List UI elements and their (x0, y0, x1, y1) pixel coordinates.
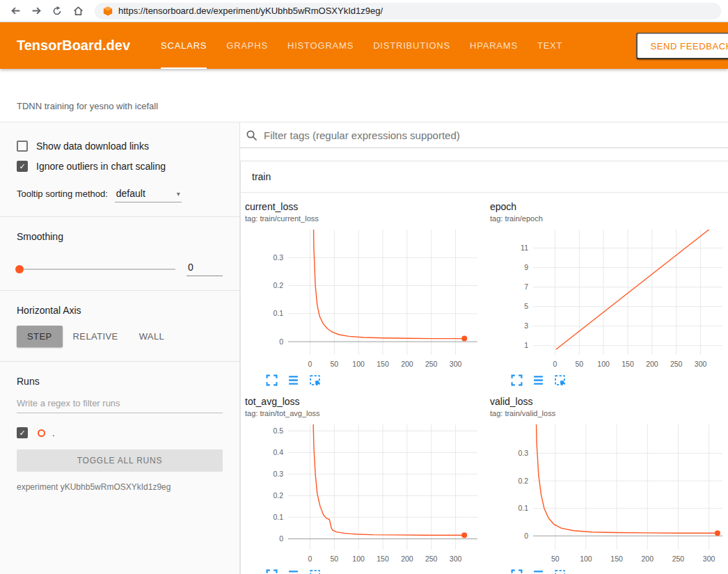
fit-domain-icon[interactable] (554, 569, 566, 574)
tab-distributions[interactable]: DISTRIBUTIONS (373, 22, 450, 69)
svg-text:0.1: 0.1 (273, 513, 283, 521)
svg-text:150: 150 (622, 360, 634, 368)
tab-graphs[interactable]: GRAPHS (226, 22, 268, 69)
chart-title: epoch (490, 201, 728, 212)
expand-icon[interactable] (266, 374, 278, 386)
line-chart[interactable]: 0501001502002503001357911 (490, 225, 728, 373)
app-header: TensorBoard.dev SCALARSGRAPHSHISTOGRAMSD… (0, 22, 728, 69)
smoothing-slider-thumb[interactable] (15, 265, 24, 273)
smoothing-value[interactable]: 0 (187, 262, 223, 276)
expand-icon[interactable] (511, 374, 523, 386)
svg-text:0.2: 0.2 (273, 281, 283, 289)
address-bar[interactable]: https://tensorboard.dev/experiment/yKUbh… (95, 3, 721, 19)
svg-text:200: 200 (646, 360, 658, 368)
url-text: https://tensorboard.dev/experiment/yKUbh… (118, 6, 383, 16)
tab-scalars[interactable]: SCALARS (161, 22, 207, 69)
line-chart[interactable]: 5010015020025030000.10.20.3 (490, 420, 728, 568)
run-name: . (52, 428, 55, 438)
ignore-outliers-label: Ignore outliers in chart scaling (36, 161, 166, 172)
browser-chrome: https://tensorboard.dev/experiment/yKUbh… (0, 0, 728, 22)
tooltip-sorting-select[interactable]: default ▾ (115, 187, 182, 202)
svg-text:0: 0 (308, 360, 312, 368)
expand-icon[interactable] (511, 569, 523, 574)
send-feedback-button[interactable]: SEND FEEDBACK (636, 32, 728, 59)
chart-toolbar (245, 374, 487, 386)
tab-hparams[interactable]: HPARAMS (470, 22, 518, 69)
search-icon (246, 129, 258, 141)
ignore-outliers-row: Ignore outliers in chart scaling (17, 161, 223, 172)
back-icon[interactable] (7, 3, 24, 19)
svg-text:11: 11 (521, 244, 528, 252)
svg-text:100: 100 (352, 360, 365, 368)
svg-text:9: 9 (524, 263, 528, 271)
svg-text:100: 100 (352, 555, 365, 563)
fit-domain-icon[interactable] (554, 374, 566, 386)
svg-text:3: 3 (524, 321, 528, 330)
svg-text:0: 0 (279, 337, 283, 346)
chart-title: current_loss (245, 201, 487, 212)
toggle-all-runs-button[interactable]: TOGGLE ALL RUNS (17, 449, 223, 472)
reload-icon[interactable] (49, 3, 65, 19)
svg-text:300: 300 (450, 360, 462, 368)
nav-tabs: SCALARSGRAPHSHISTOGRAMSDISTRIBUTIONSHPAR… (161, 22, 562, 69)
tag-filter-input[interactable] (264, 129, 728, 141)
runs-label: Runs (17, 376, 223, 387)
run-color-swatch (38, 429, 45, 437)
chart-tag: tag: train/epoch (490, 214, 728, 223)
svg-text:250: 250 (425, 555, 438, 563)
svg-text:0.2: 0.2 (518, 477, 528, 485)
svg-text:50: 50 (330, 360, 338, 368)
runs-filter-input[interactable] (17, 392, 223, 413)
experiment-title: TDNN training for yesno with icefall (17, 101, 158, 111)
tensorboard-favicon (103, 6, 113, 16)
ignore-outliers-checkbox[interactable] (17, 161, 28, 172)
tag-filter-row (240, 122, 728, 148)
svg-text:7: 7 (524, 282, 528, 291)
svg-text:0.2: 0.2 (273, 491, 283, 500)
svg-text:150: 150 (377, 360, 389, 368)
tag-group-title[interactable]: train (241, 161, 728, 193)
chart-toolbar (490, 374, 728, 386)
svg-text:0.3: 0.3 (273, 470, 283, 478)
forward-icon[interactable] (28, 3, 45, 19)
svg-text:0: 0 (279, 534, 283, 543)
run-checkbox[interactable] (17, 427, 28, 438)
tooltip-sorting-row: Tooltip sorting method: default ▾ (17, 187, 223, 202)
fit-domain-icon[interactable] (309, 569, 321, 574)
chart-tag: tag: train/current_loss (245, 214, 487, 223)
axis-button-wall[interactable]: WALL (129, 326, 175, 347)
settings-sidebar: Show data download links Ignore outliers… (0, 122, 240, 574)
home-icon[interactable] (70, 3, 86, 19)
charts-grid: current_loss tag: train/current_loss 050… (241, 193, 728, 574)
log-scale-icon[interactable] (532, 374, 544, 386)
line-chart[interactable]: 05010015020025030000.10.20.30.40.5 (245, 420, 486, 568)
show-download-links-checkbox[interactable] (17, 141, 28, 152)
svg-text:0: 0 (524, 532, 528, 540)
axis-button-step[interactable]: STEP (17, 326, 63, 347)
tag-group-card: train current_loss tag: train/current_lo… (240, 161, 728, 574)
log-scale-icon[interactable] (287, 374, 299, 386)
svg-text:250: 250 (672, 555, 685, 563)
show-download-links-row: Show data download links (17, 141, 223, 152)
svg-text:50: 50 (330, 555, 338, 563)
svg-text:250: 250 (670, 360, 683, 368)
line-chart[interactable]: 05010015020025030000.10.20.3 (245, 225, 486, 373)
axis-button-relative[interactable]: RELATIVE (63, 326, 129, 347)
log-scale-icon[interactable] (532, 569, 544, 574)
smoothing-slider[interactable] (17, 269, 175, 270)
app-brand[interactable]: TensorBoard.dev (0, 22, 161, 69)
smoothing-row: 0 (17, 262, 223, 276)
experiment-note: experiment yKUbhb5wRmOSXYkId1z9eg (17, 482, 223, 492)
svg-text:100: 100 (597, 360, 610, 368)
divider (0, 216, 239, 217)
svg-text:0.4: 0.4 (273, 448, 283, 456)
expand-icon[interactable] (266, 569, 278, 574)
fit-domain-icon[interactable] (309, 374, 321, 386)
svg-text:0.3: 0.3 (518, 449, 528, 457)
svg-text:200: 200 (401, 555, 413, 563)
tab-text[interactable]: TEXT (537, 22, 562, 69)
scalar-chart-card: current_loss tag: train/current_loss 050… (242, 201, 487, 386)
tab-histograms[interactable]: HISTOGRAMS (287, 22, 354, 69)
log-scale-icon[interactable] (287, 569, 299, 574)
tooltip-sorting-label: Tooltip sorting method: (17, 189, 108, 199)
